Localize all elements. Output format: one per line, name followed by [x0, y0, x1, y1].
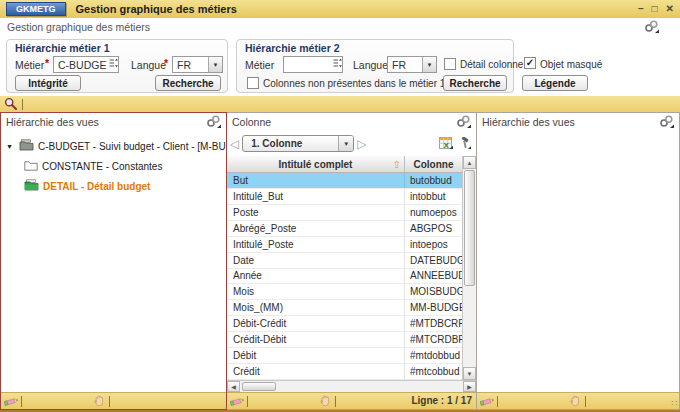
lookup-icon[interactable]: [333, 58, 342, 71]
views-tree: ▼ C-BUDGET - Suivi budget - Client - [M-…: [1, 131, 226, 392]
edit-pencil-icon: [4, 396, 19, 409]
right-panel-hierarchie-des-vues: Hiérarchie des vues ⸬: [477, 112, 680, 410]
column-pager-toolbar: ◁ 1. Colonne ▼ ▷ X: [227, 131, 476, 156]
close-button[interactable]: ✕: [666, 2, 674, 16]
column-header-intitule-complet[interactable]: Intitulé complet ⇧: [227, 156, 405, 172]
table-row[interactable]: Débit-Crédit#MTDBCRRF: [227, 316, 462, 332]
metier2-input[interactable]: [283, 56, 343, 73]
link-icon[interactable]: [206, 115, 221, 130]
legende-button[interactable]: Légende: [522, 75, 588, 91]
lookup-icon[interactable]: [109, 58, 118, 71]
right-panel-header: Hiérarchie des vues: [477, 113, 679, 131]
colonnes-non-presentes-label: Colonnes non présentes dans le métier 1: [263, 78, 445, 89]
column-pager-select[interactable]: 1. Colonne ▼: [242, 135, 354, 152]
chevron-down-icon[interactable]: ▼: [338, 136, 353, 151]
page-title: Gestion graphique des métiers: [7, 21, 150, 33]
middle-panel-title: Colonne: [232, 116, 271, 128]
minimize-button[interactable]: –: [638, 2, 644, 16]
tree-node-constante[interactable]: CONSTANTE - Constantes: [1, 156, 226, 176]
detail-colonne-checkbox[interactable]: [444, 58, 456, 70]
status-separator: [109, 396, 110, 407]
table-row[interactable]: Mois_(MM)MM-BUDGET: [227, 300, 462, 316]
table-row[interactable]: Débit#mtdobbud: [227, 348, 462, 364]
search-bar: [0, 96, 680, 112]
move-hand-icon: [569, 395, 581, 409]
group2-title: Hiérarchie métier 2: [245, 42, 340, 54]
check-icon: ✓: [526, 58, 534, 68]
tree-node-label: DETAIL - Détail budget: [43, 181, 150, 192]
vertical-scrollbar[interactable]: ▲ ▼: [462, 156, 476, 380]
move-hand-icon: [319, 395, 331, 409]
middle-panel-colonne: Colonne ◁ 1. Colonne ▼ ▷ X: [227, 112, 477, 410]
table-row[interactable]: Crédit-Débit#MTCRDBRF: [227, 332, 462, 348]
scroll-left-icon[interactable]: ◀: [227, 381, 240, 392]
excel-export-icon[interactable]: X: [439, 137, 453, 151]
sort-asc-icon[interactable]: ⇧: [393, 159, 401, 170]
horizontal-scrollbar[interactable]: ◀ ▶: [227, 380, 476, 392]
langue1-select[interactable]: FR ▼: [172, 56, 223, 73]
group-hierarchie-metier-1: Hiérarchie métier 1 Métier * C-BUDGET La…: [6, 39, 228, 93]
link-icon[interactable]: [456, 115, 471, 130]
table-row[interactable]: MoisMOISBUDGET: [227, 284, 462, 300]
folder-closed-icon: [19, 139, 34, 153]
table-row[interactable]: Postenumoepos: [227, 205, 462, 221]
pager-next-icon[interactable]: ▷: [357, 138, 366, 150]
metier1-label: Métier: [15, 59, 44, 71]
tree-expand-icon[interactable]: ▼: [6, 143, 15, 150]
table-row[interactable]: Crédit#mtcobbud: [227, 364, 462, 380]
integrite-button[interactable]: Intégrité: [15, 75, 81, 91]
langue2-select[interactable]: FR ▼: [387, 56, 437, 73]
table-row[interactable]: DateDATEBUDGET: [227, 253, 462, 269]
app-window: GKMETG Gestion graphique des métiers – □…: [0, 0, 680, 412]
right-panel-empty-area: [477, 131, 679, 392]
table-row[interactable]: AnnéeANNEEBUDGET: [227, 269, 462, 285]
scrollbar-thumb[interactable]: [464, 170, 475, 286]
move-hand-icon: [93, 395, 105, 409]
table-row[interactable]: Butbutobbud: [227, 173, 462, 189]
recherche1-button[interactable]: Recherche: [155, 75, 221, 91]
chevron-down-icon[interactable]: ▼: [208, 57, 222, 72]
left-panel-hierarchie-des-vues: Hiérarchie des vues ▼ C-BUDGET - Suivi b…: [0, 112, 227, 410]
window-title: Gestion graphique des métiers: [76, 3, 237, 15]
left-panel-status-bar: [1, 392, 226, 409]
status-separator: [335, 396, 336, 407]
link-icon[interactable]: [659, 115, 674, 130]
tree-node-detail[interactable]: DETAIL - Détail budget: [1, 176, 226, 196]
scroll-right-icon[interactable]: ▶: [463, 381, 476, 392]
middle-panel-status-bar: Ligne : 1 / 17: [227, 392, 476, 409]
right-panel-status-bar: ⸬: [477, 392, 679, 409]
pager-prev-icon[interactable]: ◁: [230, 138, 239, 150]
columns-table: Intitulé complet ⇧ Colonne Butbutobbud I…: [227, 156, 476, 380]
window-controls: – □ ✕: [638, 2, 674, 16]
chevron-down-icon[interactable]: ▼: [422, 57, 436, 72]
resize-grip[interactable]: ⸬: [672, 398, 678, 408]
search-icon[interactable]: [4, 97, 17, 112]
left-panel-header: Hiérarchie des vues: [1, 113, 226, 131]
langue2-label: Langue: [353, 59, 388, 71]
column-header-colonne[interactable]: Colonne: [405, 156, 462, 172]
scrollbar-thumb[interactable]: [242, 382, 276, 391]
colonnes-non-presentes-checkbox[interactable]: [247, 77, 259, 89]
table-row[interactable]: Intitulé_Butintobbut: [227, 189, 462, 205]
objet-masque-checkbox[interactable]: ✓: [524, 57, 536, 69]
scroll-up-icon[interactable]: ▲: [463, 156, 476, 169]
middle-panel-header: Colonne: [227, 113, 476, 131]
tree-node-root[interactable]: ▼ C-BUDGET - Suivi budget - Client - [M-…: [1, 136, 226, 156]
table-header-row: Intitulé complet ⇧ Colonne: [227, 156, 462, 173]
title-bar: GKMETG Gestion graphique des métiers – □…: [0, 0, 680, 18]
row-counter: Ligne : 1 / 17: [411, 395, 472, 406]
table-row[interactable]: Abrégé_PosteABGPOS: [227, 221, 462, 237]
separator: [22, 99, 23, 110]
scroll-down-icon[interactable]: ▼: [463, 367, 476, 380]
link-icon[interactable]: [644, 20, 659, 35]
tree-node-label: CONSTANTE - Constantes: [42, 161, 162, 172]
recherche2-button[interactable]: Recherche: [443, 75, 507, 91]
tools-hammer-icon[interactable]: [458, 137, 471, 151]
table-row[interactable]: Intitulé_Posteintoepos: [227, 237, 462, 253]
objet-masque-label: Objet masqué: [540, 59, 602, 70]
table-rows: Butbutobbud Intitulé_Butintobbut Postenu…: [227, 173, 462, 380]
folder-outline-icon: [24, 160, 38, 173]
form-area: Hiérarchie métier 1 Métier * C-BUDGET La…: [0, 36, 680, 96]
metier1-input[interactable]: C-BUDGET: [53, 56, 119, 73]
maximize-button[interactable]: □: [652, 2, 658, 16]
